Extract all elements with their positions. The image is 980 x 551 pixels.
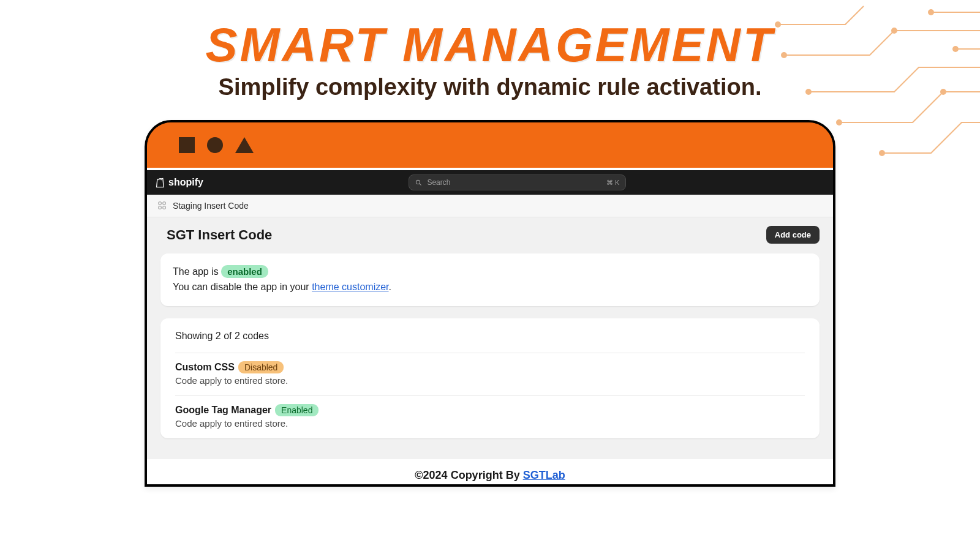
- window-control-square-icon: [179, 137, 195, 153]
- codes-card: Showing 2 of 2 codes Custom CSSDisabledC…: [160, 318, 820, 438]
- shopify-logo: shopify: [156, 177, 203, 188]
- window-control-triangle-icon: [235, 137, 254, 153]
- svg-point-9: [417, 180, 420, 184]
- svg-rect-11: [159, 202, 161, 204]
- theme-customizer-link[interactable]: theme customizer: [312, 282, 388, 292]
- footer-link[interactable]: SGTLab: [523, 469, 565, 481]
- svg-rect-12: [163, 202, 165, 204]
- code-desc: Code apply to entired store.: [175, 375, 805, 386]
- search-placeholder: Search: [427, 178, 450, 187]
- browser-titlebar: [147, 122, 833, 168]
- page-body: SGT Insert Code Add code The app is enab…: [147, 217, 833, 459]
- breadcrumb-text[interactable]: Staging Insert Code: [173, 201, 249, 211]
- browser-frame: shopify Search ⌘ K Staging Insert Code S…: [145, 120, 835, 487]
- search-input[interactable]: Search ⌘ K: [409, 174, 626, 190]
- app-grid-icon: [158, 201, 167, 210]
- shopify-brand-text: shopify: [168, 177, 203, 188]
- footer: ©2024 Copyright By SGTLab: [147, 459, 833, 484]
- shopify-bag-icon: [156, 177, 165, 188]
- breadcrumb-bar: Staging Insert Code: [147, 195, 833, 217]
- status-line2-post: .: [389, 282, 391, 292]
- page-header: SGT Insert Code Add code: [160, 226, 820, 244]
- hero-title: SMART MANAGEMENT: [0, 17, 980, 73]
- code-name: Google Tag Manager: [175, 405, 271, 415]
- svg-rect-13: [159, 206, 161, 209]
- code-status-badge: Enabled: [275, 404, 318, 416]
- add-code-button[interactable]: Add code: [766, 226, 820, 244]
- status-prefix: The app is: [173, 266, 221, 277]
- code-desc: Code apply to entired store.: [175, 418, 805, 429]
- shopify-topbar: shopify Search ⌘ K: [147, 170, 833, 195]
- svg-point-7: [929, 10, 933, 15]
- code-row[interactable]: Custom CSSDisabledCode apply to entired …: [175, 353, 805, 395]
- code-status-badge: Disabled: [238, 361, 284, 373]
- page-title: SGT Insert Code: [160, 227, 272, 243]
- app-shell: shopify Search ⌘ K Staging Insert Code S…: [147, 168, 833, 484]
- status-badge: enabled: [221, 265, 268, 278]
- hero-subtitle: Simplify complexity with dynamic rule ac…: [0, 74, 980, 100]
- footer-text: ©2024 Copyright By: [415, 469, 522, 481]
- status-card: The app is enabled You can disable the a…: [160, 253, 820, 306]
- svg-point-6: [880, 151, 884, 156]
- code-row[interactable]: Google Tag ManagerEnabledCode apply to e…: [175, 395, 805, 438]
- window-control-circle-icon: [207, 137, 223, 153]
- search-shortcut: ⌘ K: [606, 179, 619, 187]
- search-icon: [415, 179, 422, 186]
- svg-line-10: [420, 183, 421, 185]
- svg-rect-14: [163, 206, 165, 209]
- codes-summary: Showing 2 of 2 codes: [175, 331, 805, 353]
- status-line2-pre: You can disable the app in your: [173, 282, 312, 292]
- code-name: Custom CSS: [175, 362, 235, 372]
- svg-point-4: [837, 120, 842, 125]
